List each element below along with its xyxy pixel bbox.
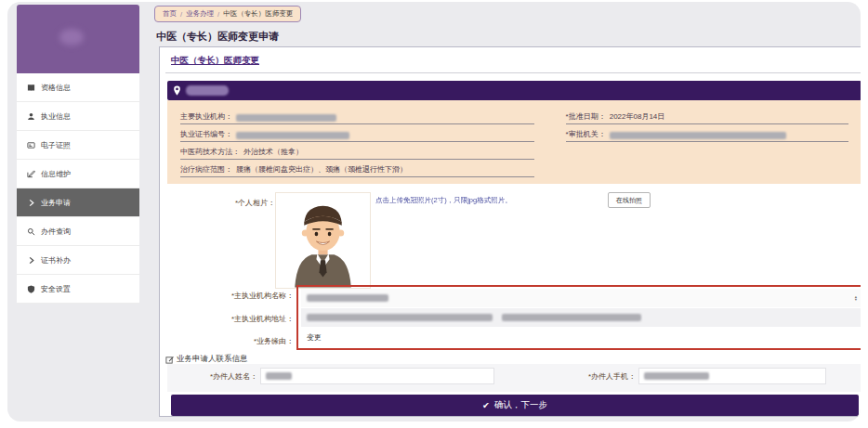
chevron-right-icon — [27, 256, 35, 265]
avatar-portrait — [276, 193, 370, 288]
practitioner-banner — [167, 81, 861, 100]
org-address-input[interactable] — [301, 308, 861, 327]
form-card: 中医（专长）医师变更 主要执业机构： 执业证书编号： — [159, 46, 861, 417]
chevron-up-down-icon: ▴▾ — [855, 295, 857, 302]
breadcrumb-separator: / — [180, 10, 182, 19]
business-reason-label: *业务缘由： — [164, 336, 294, 346]
redacted-value — [266, 372, 292, 380]
sidebar-item-security-settings[interactable]: 安全设置 — [17, 275, 139, 304]
org-address-label: *主执业机构地址： — [164, 314, 294, 324]
org-name-select[interactable]: ▴▾ — [301, 289, 861, 307]
business-reason-input[interactable]: 变更 — [301, 328, 861, 346]
redacted-value — [610, 132, 786, 139]
handler-phone-input[interactable] — [638, 368, 826, 384]
sidebar-item-label: 办件查询 — [41, 227, 71, 237]
search-icon — [27, 227, 35, 236]
breadcrumb: 首页 / 业务办理 / 中医（专长）医师变更 — [154, 6, 301, 22]
sidebar-item-practice-info[interactable]: 执业信息 — [17, 102, 139, 131]
summary-row-license-no: 执业证书编号： — [180, 124, 534, 142]
sidebar-item-label: 证书补办 — [41, 255, 71, 266]
redacted-value — [644, 372, 709, 380]
sidebar-item-info-maintenance[interactable]: 信息维护 — [17, 160, 139, 188]
personal-photo-label: *个人相片： — [178, 198, 275, 208]
location-pin-icon — [173, 85, 181, 96]
chevron-right-icon — [27, 199, 35, 207]
handler-name-input[interactable] — [260, 368, 494, 384]
sidebar-item-label: 执业信息 — [41, 111, 71, 122]
confirm-next-button[interactable]: ✔ 确认，下一步 — [171, 395, 859, 416]
sidebar-logo — [17, 5, 139, 73]
sidebar-item-label: 信息维护 — [41, 169, 71, 179]
shield-icon — [27, 285, 35, 293]
summary-row-main-org: 主要执业机构： — [180, 107, 534, 124]
id-card-icon — [27, 141, 35, 149]
check-icon: ✔ — [482, 400, 490, 410]
redacted-value — [236, 114, 336, 122]
section-divider — [165, 72, 861, 73]
section-tab-change[interactable]: 中医（专长）医师变更 — [171, 55, 259, 67]
user-icon — [27, 112, 35, 121]
breadcrumb-home-link[interactable]: 首页 — [163, 9, 177, 19]
book-icon — [27, 84, 35, 92]
summary-row-approval-date: *批准日期： 2022年08月14日 — [566, 107, 848, 124]
edit-icon — [27, 170, 35, 178]
sidebar-item-label: 安全设置 — [41, 284, 71, 294]
redacted-value — [307, 294, 388, 302]
business-reason-value: 变更 — [307, 332, 322, 343]
app-shell: 资格信息 执业信息 电子证照 信息维护 业务申请 办件查询 — [7, 2, 861, 422]
redacted-value — [307, 314, 493, 321]
sidebar-menu: 资格信息 执业信息 电子证照 信息维护 业务申请 办件查询 — [17, 73, 139, 304]
photo-upload-hint: 点击上传免冠照片(2寸)，只限jpg格式照片。 — [375, 196, 512, 205]
sidebar-item-qualification-info[interactable]: 资格信息 — [17, 73, 139, 102]
summary-panel: 主要执业机构： 执业证书编号： 中医药技术方法： 外治技术（推拿） 治疗病症范围… — [167, 100, 861, 184]
sidebar-item-e-certificate[interactable]: 电子证照 — [17, 131, 139, 160]
summary-row-approval-authority: *审批机关： — [566, 124, 848, 142]
summary-right-column: *批准日期： 2022年08月14日 *审批机关： — [566, 107, 848, 178]
sidebar-item-certificate-reissue[interactable]: 证书补办 — [17, 246, 139, 275]
handler-phone-label: *办件人手机： — [543, 371, 636, 382]
sidebar-item-business-application[interactable]: 业务申请 — [17, 188, 139, 217]
handler-name-label: *办件人姓名： — [164, 371, 257, 382]
breadcrumb-business-link[interactable]: 业务办理 — [186, 9, 214, 19]
sidebar-item-label: 电子证照 — [41, 140, 71, 150]
summary-row-tcm-method: 中医药技术方法： 外治技术（推拿） — [180, 142, 534, 160]
breadcrumb-current: 中医（专长）医师变更 — [223, 9, 293, 19]
sidebar-item-label: 业务申请 — [41, 198, 71, 208]
highlighted-fields-box: ▴▾ 变更 — [296, 285, 861, 350]
practitioner-name-redacted — [186, 85, 229, 96]
personal-photo-upload[interactable] — [275, 192, 371, 289]
redacted-value — [236, 132, 349, 139]
breadcrumb-separator: / — [217, 10, 219, 19]
sidebar-item-label: 资格信息 — [41, 83, 71, 93]
redacted-value — [502, 314, 641, 321]
summary-left-column: 主要执业机构： 执业证书编号： 中医药技术方法： 外治技术（推拿） 治疗病症范围… — [180, 107, 534, 178]
main-content: 首页 / 业务办理 / 中医（专长）医师变更 中医（专长）医师变更申请 中医（专… — [147, 2, 861, 422]
sidebar-item-case-query[interactable]: 办件查询 — [17, 217, 139, 246]
confirm-next-label: 确认，下一步 — [494, 399, 547, 411]
online-photo-button[interactable]: 在线拍照 — [608, 192, 651, 208]
sidebar: 资格信息 执业信息 电子证照 信息维护 业务申请 办件查询 — [17, 5, 139, 304]
org-name-label: *主执业机构名称： — [164, 291, 294, 301]
logo-emblem-redacted — [59, 29, 84, 45]
pencil-square-icon — [165, 356, 174, 364]
page-title: 中医（专长）医师变更申请 — [156, 30, 861, 44]
summary-row-disease-scope: 治疗病症范围： 腰痛（腰椎间盘突出症）、颈痛（颈椎退行性下滑） — [180, 160, 534, 177]
